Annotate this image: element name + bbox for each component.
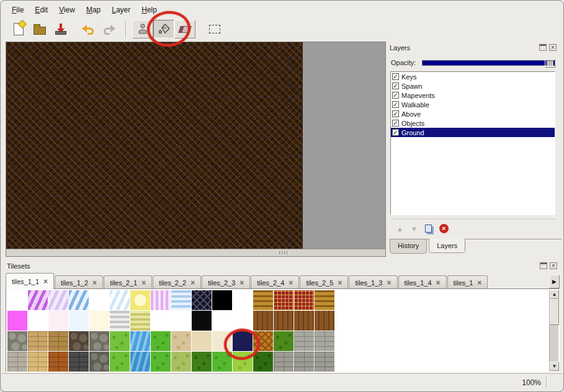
menu-item-view[interactable]: View xyxy=(54,4,80,17)
eraser-tool-button[interactable] xyxy=(174,20,195,38)
tileset-tab-tiles_1_3[interactable]: tiles_1_3× xyxy=(349,275,397,289)
tab-close-icon[interactable]: × xyxy=(141,280,146,286)
layer-row-mapevents[interactable]: ✓Mapevents xyxy=(391,91,555,100)
palette-tile-r0-c10[interactable] xyxy=(212,290,232,310)
tab-close-icon[interactable]: × xyxy=(239,280,244,286)
panel-tab-layers[interactable]: Layers xyxy=(429,239,465,253)
tab-close-icon[interactable]: × xyxy=(289,280,293,286)
palette-tile-r1-c13[interactable] xyxy=(274,311,293,331)
opacity-slider-thumb[interactable] xyxy=(545,59,555,68)
fill-tool-button[interactable] xyxy=(153,20,174,38)
menu-item-file[interactable]: File xyxy=(7,4,29,17)
layer-row-keys[interactable]: ✓Keys xyxy=(391,72,555,81)
palette-tile-r0-c7[interactable] xyxy=(151,290,171,310)
palette-tile-r3-c5[interactable] xyxy=(110,352,130,372)
scroll-down-button[interactable]: ▼ xyxy=(550,362,559,371)
palette-tile-r3-c2[interactable] xyxy=(48,352,68,372)
palette-tile-r0-c15[interactable] xyxy=(315,290,334,310)
palette-tile-r3-c11[interactable] xyxy=(233,352,253,372)
palette-tile-r0-c6[interactable] xyxy=(130,290,150,310)
palette-tile-r0-c14[interactable] xyxy=(294,290,314,310)
palette-tile-r0-c9[interactable] xyxy=(192,290,212,310)
palette-tile-r2-c3[interactable] xyxy=(69,331,89,351)
palette-tile-r2-c0[interactable] xyxy=(7,331,27,351)
palette-tile-r2-c7[interactable] xyxy=(151,331,171,351)
tab-close-icon[interactable]: × xyxy=(43,278,48,285)
palette-tile-r0-c5[interactable] xyxy=(110,290,130,310)
panel-tab-history[interactable]: History xyxy=(390,239,427,254)
save-button[interactable] xyxy=(50,20,71,38)
close-tilesets-icon[interactable]: × xyxy=(550,262,557,269)
palette-vertical-scrollbar[interactable]: ▲ ▼ xyxy=(549,290,558,371)
palette-tile-r3-c10[interactable] xyxy=(212,352,232,372)
new-file-button[interactable] xyxy=(8,20,29,38)
palette-tile-r3-c15[interactable] xyxy=(315,352,334,372)
tileset-tab-tiles_1_2[interactable]: tiles_1_2× xyxy=(55,275,103,289)
tileset-tab-tiles_2_5[interactable]: tiles_2_5× xyxy=(300,275,348,289)
palette-tile-r1-c0[interactable] xyxy=(7,311,27,331)
palette-tile-r1-c6[interactable] xyxy=(130,311,150,331)
palette-tile-r2-c4[interactable] xyxy=(89,331,109,351)
redo-button[interactable] xyxy=(99,20,120,38)
palette-tile-r3-c1[interactable] xyxy=(28,352,48,372)
palette-tile-r3-c3[interactable] xyxy=(69,352,89,372)
palette-tile-r1-c1[interactable] xyxy=(28,311,48,331)
map-canvas[interactable] xyxy=(6,42,303,249)
scrollbar-grip[interactable] xyxy=(279,251,289,254)
palette-tile-r1-c11[interactable] xyxy=(233,311,253,331)
palette-tile-r1-c14[interactable] xyxy=(294,311,314,331)
tileset-tab-tiles_2_2[interactable]: tiles_2_2× xyxy=(153,275,201,289)
tileset-tab-tiles_1_1[interactable]: tiles_1_1× xyxy=(6,273,54,289)
palette-tile-r3-c14[interactable] xyxy=(294,352,314,372)
menu-item-edit[interactable]: Edit xyxy=(30,4,53,17)
tab-close-icon[interactable]: × xyxy=(387,280,391,286)
palette-tile-r3-c8[interactable] xyxy=(171,352,191,372)
tab-scroll-right-button[interactable]: ▶ xyxy=(549,275,560,288)
layer-visibility-checkbox[interactable]: ✓ xyxy=(392,73,399,80)
delete-layer-button[interactable]: × xyxy=(439,224,449,233)
layer-row-walkable[interactable]: ✓Walkable xyxy=(391,100,555,109)
tileset-tab-tiles_1[interactable]: tiles_1× xyxy=(447,275,488,289)
palette-tile-r1-c2[interactable] xyxy=(48,311,68,331)
layer-row-spawn[interactable]: ✓Spawn xyxy=(391,81,555,91)
rect-select-tool-button[interactable] xyxy=(204,20,225,38)
layer-row-ground[interactable]: ✓Ground xyxy=(391,128,555,137)
layer-visibility-checkbox[interactable]: ✓ xyxy=(392,92,399,99)
palette-tile-r1-c3[interactable] xyxy=(69,311,89,331)
float-panel-icon[interactable] xyxy=(539,44,547,51)
tab-close-icon[interactable]: × xyxy=(477,280,481,286)
palette-tile-r0-c3[interactable] xyxy=(69,290,89,310)
tab-close-icon[interactable]: × xyxy=(436,280,441,286)
palette-tile-r3-c0[interactable] xyxy=(7,352,27,372)
scroll-up-button[interactable]: ▲ xyxy=(550,290,559,299)
palette-tile-r2-c12[interactable] xyxy=(253,331,273,351)
layer-row-above[interactable]: ✓Above xyxy=(391,109,555,118)
tileset-tab-tiles_2_3[interactable]: tiles_2_3× xyxy=(202,275,250,289)
tab-close-icon[interactable]: × xyxy=(190,280,195,286)
palette-tile-r2-c8[interactable] xyxy=(171,331,191,351)
palette-tile-r3-c6[interactable] xyxy=(130,352,150,372)
tab-close-icon[interactable]: × xyxy=(92,280,97,286)
palette-tile-r0-c1[interactable] xyxy=(28,290,48,310)
palette-tile-r2-c13[interactable] xyxy=(274,331,293,351)
palette-tile-r1-c4[interactable] xyxy=(89,311,109,331)
layer-visibility-checkbox[interactable]: ✓ xyxy=(392,82,399,89)
tileset-tab-tiles_2_1[interactable]: tiles_2_1× xyxy=(104,275,152,289)
palette-tile-r2-c1[interactable] xyxy=(28,331,48,351)
palette-tile-r3-c4[interactable] xyxy=(89,352,109,372)
palette-tile-r1-c5[interactable] xyxy=(110,311,130,331)
layer-visibility-checkbox[interactable]: ✓ xyxy=(392,110,399,117)
palette-tile-r0-c0[interactable] xyxy=(7,290,27,310)
palette-tile-r2-c15[interactable] xyxy=(315,331,334,351)
menu-item-help[interactable]: Help xyxy=(137,4,162,17)
scrollbar-thumb[interactable] xyxy=(550,299,559,325)
raise-layer-button[interactable]: ▲ xyxy=(396,225,403,233)
open-file-button[interactable] xyxy=(29,20,50,38)
palette-tile-r0-c12[interactable] xyxy=(253,290,273,310)
palette-tile-r2-c5[interactable] xyxy=(110,331,130,351)
opacity-slider[interactable] xyxy=(422,60,555,66)
layer-visibility-checkbox[interactable]: ✓ xyxy=(392,120,399,127)
palette-tile-r2-c2[interactable] xyxy=(48,331,68,351)
palette-tile-r0-c8[interactable] xyxy=(171,290,191,310)
palette-tile-r0-c13[interactable] xyxy=(274,290,293,310)
